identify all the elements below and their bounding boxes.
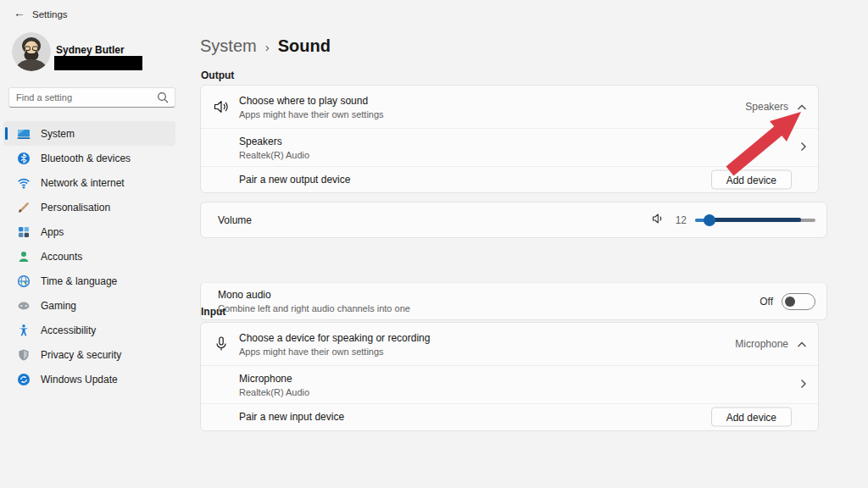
breadcrumb-system[interactable]: System	[200, 36, 257, 56]
input-device-description: Realtek(R) Audio	[239, 387, 309, 397]
sidebar-item-label: Gaming	[41, 300, 76, 312]
slider-thumb[interactable]	[704, 214, 715, 226]
input-pair-label: Pair a new input device	[239, 411, 344, 423]
chevron-right-icon[interactable]	[800, 377, 807, 392]
input-picker-row[interactable]: Choose a device for speaking or recordin…	[201, 323, 818, 365]
toggle-knob	[785, 297, 795, 307]
sidebar-item-bluetooth-devices[interactable]: Bluetooth & devices	[3, 146, 175, 170]
sidebar-item-apps[interactable]: Apps	[3, 219, 175, 244]
breadcrumb-separator: ›	[265, 40, 270, 54]
output-device-description: Realtek(R) Audio	[239, 150, 309, 160]
time-language-icon	[17, 274, 31, 288]
search-input[interactable]	[16, 89, 152, 106]
sidebar-item-label: Network & internet	[41, 177, 125, 189]
sidebar-item-label: System	[41, 128, 75, 140]
mono-audio-title: Mono audio	[218, 289, 410, 301]
sidebar-item-privacy-security[interactable]: Privacy & security	[3, 342, 175, 367]
output-device-card: Choose where to play sound Apps might ha…	[200, 85, 819, 193]
gaming-icon	[17, 299, 31, 313]
input-picker-title: Choose a device for speaking or recordin…	[239, 332, 430, 344]
chevron-up-icon[interactable]	[797, 336, 807, 352]
output-pair-label: Pair a new output device	[239, 174, 350, 186]
input-microphone-row[interactable]: Microphone Realtek(R) Audio	[201, 365, 818, 403]
speaker-small-icon[interactable]	[651, 212, 665, 229]
microphone-icon	[212, 335, 231, 353]
main-content: System › Sound Output Choose where to pl…	[200, 0, 827, 488]
input-device-value[interactable]: Microphone	[735, 338, 788, 350]
avatar	[12, 32, 51, 71]
privacy-icon	[17, 348, 31, 362]
sidebar-nav: System Bluetooth & devices Network & int…	[3, 121, 175, 391]
input-picker-subtitle: Apps might have their own settings	[239, 347, 430, 357]
sidebar-item-label: Bluetooth & devices	[41, 152, 131, 164]
output-pair-row: Pair a new output device Add device	[201, 166, 818, 192]
output-picker-title: Choose where to play sound	[239, 95, 384, 107]
system-icon	[17, 127, 31, 141]
back-arrow-icon[interactable]: ←	[14, 6, 25, 19]
sidebar-item-label: Apps	[41, 226, 64, 238]
add-output-device-button[interactable]: Add device	[711, 170, 792, 190]
breadcrumb: System › Sound	[200, 36, 331, 56]
sidebar-item-label: Accounts	[41, 251, 82, 263]
output-volume-label: Volume	[218, 214, 252, 226]
sidebar-item-personalisation[interactable]: Personalisation	[3, 195, 175, 219]
sidebar-item-label: Time & language	[41, 275, 117, 287]
user-profile[interactable]: Sydney Butler	[12, 30, 181, 75]
personalisation-icon	[17, 201, 31, 214]
output-device-value[interactable]: Speakers	[745, 101, 788, 113]
input-pair-row: Pair a new input device Add device	[201, 403, 818, 430]
titlebar: ← Settings	[0, 0, 200, 27]
output-volume-slider[interactable]	[695, 214, 815, 227]
speaker-icon	[212, 97, 231, 116]
chevron-up-icon[interactable]	[797, 99, 807, 114]
sidebar-item-network-internet[interactable]: Network & internet	[3, 170, 175, 195]
bluetooth-icon	[17, 152, 31, 165]
sidebar-item-gaming[interactable]: Gaming	[3, 293, 175, 318]
windows-update-icon	[17, 373, 31, 386]
sidebar-item-windows-update[interactable]: Windows Update	[3, 367, 175, 391]
apps-icon	[17, 225, 31, 239]
accounts-icon	[17, 250, 31, 263]
output-picker-subtitle: Apps might have their own settings	[239, 109, 384, 119]
app-title: Settings	[32, 9, 68, 19]
accessibility-icon	[17, 324, 31, 337]
mono-audio-subtitle: Combine left and right audio channels in…	[218, 303, 410, 313]
sidebar-item-system[interactable]: System	[3, 121, 175, 146]
mono-audio-card: Mono audio Combine left and right audio …	[200, 282, 827, 320]
add-input-device-button[interactable]: Add device	[711, 408, 792, 427]
search-box[interactable]	[8, 87, 175, 108]
mono-audio-state: Off	[760, 296, 773, 308]
output-picker-row[interactable]: Choose where to play sound Apps might ha…	[201, 86, 818, 128]
sidebar-item-label: Personalisation	[41, 202, 110, 214]
sidebar-item-accounts[interactable]: Accounts	[3, 244, 175, 269]
user-name: Sydney Butler	[56, 44, 125, 56]
search-icon	[157, 92, 169, 107]
chevron-right-icon[interactable]	[800, 140, 807, 155]
output-volume-value: 12	[673, 214, 687, 226]
sidebar-item-label: Accessibility	[41, 324, 96, 336]
page-title: Sound	[278, 36, 331, 56]
redacted-email-bar	[54, 56, 142, 70]
input-device-name: Microphone	[239, 373, 309, 385]
sidebar-item-time-language[interactable]: Time & language	[3, 269, 175, 293]
slider-dark-segment	[709, 218, 801, 222]
input-section-label: Input	[201, 306, 225, 318]
sidebar-item-label: Windows Update	[41, 374, 118, 385]
output-speakers-row[interactable]: Speakers Realtek(R) Audio	[201, 128, 818, 166]
input-device-card: Choose a device for speaking or recordin…	[200, 322, 819, 431]
output-volume-card: Volume 12	[200, 202, 827, 238]
network-icon	[17, 176, 31, 190]
mono-audio-toggle[interactable]	[782, 293, 815, 310]
sidebar-item-accessibility[interactable]: Accessibility	[3, 318, 175, 342]
output-section-label: Output	[201, 69, 234, 81]
sidebar-item-label: Privacy & security	[41, 349, 121, 361]
output-device-name: Speakers	[239, 136, 309, 147]
